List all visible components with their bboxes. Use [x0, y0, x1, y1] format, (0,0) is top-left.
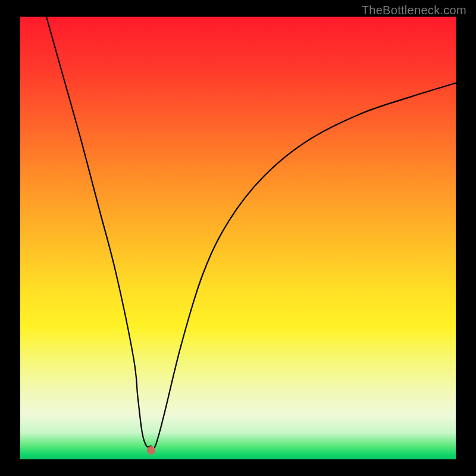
watermark-text: TheBottleneck.com	[362, 4, 466, 17]
bottleneck-curve	[20, 17, 456, 459]
optimal-point-marker	[147, 446, 155, 455]
chart-frame: TheBottleneck.com	[0, 0, 476, 476]
plot-area	[20, 17, 456, 459]
